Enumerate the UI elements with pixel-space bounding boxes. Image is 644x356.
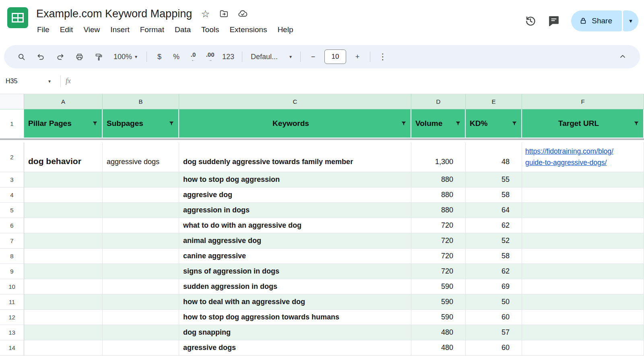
cell-pillar-pages[interactable]: dog behavior: [24, 142, 103, 172]
cell-volume[interactable]: 480: [411, 340, 466, 356]
cell-kd[interactable]: 52: [466, 233, 522, 249]
filter-header-pillar-pages[interactable]: Pillar Pages: [24, 109, 103, 138]
percent-format-button[interactable]: %: [168, 48, 184, 66]
cell-volume[interactable]: 590: [411, 310, 466, 325]
cell-kd[interactable]: 62: [466, 218, 522, 233]
version-history-icon[interactable]: [524, 15, 537, 27]
redo-icon[interactable]: [51, 48, 69, 66]
cell-target-url[interactable]: [522, 264, 644, 279]
cell-subpages[interactable]: [103, 249, 179, 264]
select-all-corner[interactable]: [0, 94, 24, 109]
column-header-a[interactable]: A: [24, 94, 103, 109]
font-size-input[interactable]: 10: [324, 49, 346, 64]
filter-icon[interactable]: [168, 120, 175, 127]
cell-pillar-pages[interactable]: [24, 264, 103, 279]
cell-subpages[interactable]: [103, 310, 179, 325]
more-options-icon[interactable]: ⋮: [375, 48, 391, 66]
cell-pillar-pages[interactable]: [24, 249, 103, 264]
cell-keyword[interactable]: canine aggressive: [179, 249, 411, 264]
cell-subpages[interactable]: [103, 203, 179, 218]
cell-kd[interactable]: 55: [466, 172, 522, 187]
row-number[interactable]: 1: [0, 109, 24, 138]
row-number[interactable]: 8: [0, 249, 24, 264]
cell-keyword[interactable]: dog suddenly aggressive towards family m…: [179, 142, 411, 172]
filter-header-volume[interactable]: Volume: [411, 109, 466, 138]
cell-volume[interactable]: 1,300: [411, 142, 466, 172]
filter-icon[interactable]: [455, 120, 461, 127]
filter-icon[interactable]: [511, 120, 518, 127]
move-folder-icon[interactable]: [219, 9, 229, 19]
decrease-decimal-button[interactable]: .0 ←: [185, 48, 201, 66]
cell-keyword[interactable]: how to stop dog aggression towards human…: [179, 310, 411, 325]
search-icon[interactable]: [12, 48, 31, 66]
cell-target-url[interactable]: [522, 340, 644, 356]
cell-volume[interactable]: 720: [411, 218, 466, 233]
cell-kd[interactable]: 58: [466, 249, 522, 264]
cell-keyword[interactable]: dog snapping: [179, 325, 411, 340]
cell-keyword[interactable]: signs of aggression in dogs: [179, 264, 411, 279]
frozen-row-divider[interactable]: [0, 138, 644, 142]
row-number[interactable]: 7: [0, 233, 24, 249]
row-number[interactable]: 5: [0, 203, 24, 218]
cell-subpages[interactable]: [103, 187, 179, 203]
cell-kd[interactable]: 57: [466, 325, 522, 340]
cell-kd[interactable]: 60: [466, 310, 522, 325]
cell-subpages[interactable]: [103, 172, 179, 187]
cell-volume[interactable]: 880: [411, 172, 466, 187]
row-number[interactable]: 13: [0, 325, 24, 340]
decrease-font-size-button[interactable]: −: [305, 48, 321, 66]
cell-pillar-pages[interactable]: [24, 203, 103, 218]
cell-target-url[interactable]: [522, 294, 644, 310]
row-number[interactable]: 9: [0, 264, 24, 279]
cell-subpages[interactable]: aggressive dogs: [103, 142, 179, 172]
cell-target-url[interactable]: [522, 203, 644, 218]
cell-volume[interactable]: 720: [411, 264, 466, 279]
menu-file[interactable]: File: [36, 24, 55, 35]
cell-kd[interactable]: 50: [466, 294, 522, 310]
increase-decimal-button[interactable]: .00 →: [202, 48, 218, 66]
cell-pillar-pages[interactable]: [24, 187, 103, 203]
menu-extensions[interactable]: Extensions: [224, 24, 272, 35]
cell-target-url[interactable]: [522, 325, 644, 340]
cell-kd[interactable]: 62: [466, 264, 522, 279]
cell-keyword[interactable]: what to do with an aggressive dog: [179, 218, 411, 233]
cell-name-box[interactable]: H35 ▾: [4, 78, 56, 85]
filter-icon[interactable]: [92, 120, 98, 127]
menu-tools[interactable]: Tools: [196, 24, 224, 35]
comments-icon[interactable]: [548, 15, 560, 27]
target-url-link[interactable]: https://fidotraining.com/blog/: [525, 146, 613, 157]
row-number[interactable]: 14: [0, 340, 24, 356]
cloud-saved-icon[interactable]: [237, 8, 248, 19]
filter-icon[interactable]: [633, 120, 640, 127]
menu-edit[interactable]: Edit: [55, 24, 78, 35]
menu-format[interactable]: Format: [135, 24, 169, 35]
sheets-logo-icon[interactable]: [7, 7, 28, 28]
currency-format-button[interactable]: $: [151, 48, 167, 66]
filter-header-target-url[interactable]: Target URL: [522, 109, 644, 138]
cell-kd[interactable]: 64: [466, 203, 522, 218]
cell-target-url[interactable]: [522, 218, 644, 233]
menu-help[interactable]: Help: [272, 24, 298, 35]
cell-volume[interactable]: 720: [411, 233, 466, 249]
column-header-b[interactable]: B: [103, 94, 179, 109]
zoom-select[interactable]: 100% ▾: [109, 48, 142, 66]
column-header-e[interactable]: E: [466, 94, 522, 109]
cell-volume[interactable]: 880: [411, 203, 466, 218]
cell-pillar-pages[interactable]: [24, 340, 103, 356]
column-header-d[interactable]: D: [411, 94, 466, 109]
cell-pillar-pages[interactable]: [24, 294, 103, 310]
menu-view[interactable]: View: [78, 24, 105, 35]
cell-pillar-pages[interactable]: [24, 233, 103, 249]
cell-keyword[interactable]: animal aggressive dog: [179, 233, 411, 249]
cell-kd[interactable]: 69: [466, 279, 522, 294]
filter-header-keywords[interactable]: Keywords: [179, 109, 411, 138]
cell-subpages[interactable]: [103, 264, 179, 279]
cell-subpages[interactable]: [103, 294, 179, 310]
cell-target-url[interactable]: [522, 172, 644, 187]
cell-target-url[interactable]: https://fidotraining.com/blog/guide-to-a…: [522, 142, 644, 172]
cell-keyword[interactable]: how to stop dog aggression: [179, 172, 411, 187]
number-format-button[interactable]: 123: [219, 48, 237, 66]
row-number[interactable]: 12: [0, 310, 24, 325]
cell-keyword[interactable]: aggression in dogs: [179, 203, 411, 218]
paint-format-icon[interactable]: [89, 48, 108, 66]
